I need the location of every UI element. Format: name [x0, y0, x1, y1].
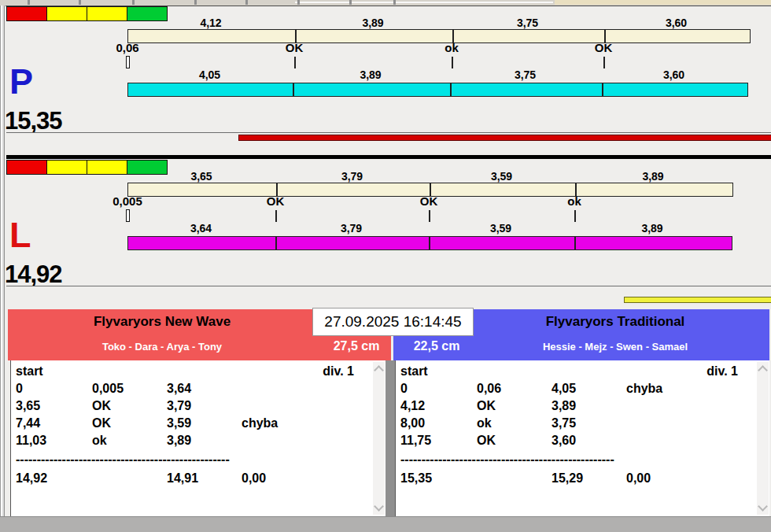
bar-segment: [452, 30, 604, 42]
segment-label: 3,89: [294, 17, 452, 28]
exchange-mark: 0,005: [100, 195, 155, 207]
bar-segment: [604, 30, 750, 42]
team-name: Flyvaryors New Wave: [8, 314, 316, 330]
table-cell: chyba: [626, 380, 769, 397]
table-header-start: start: [16, 364, 43, 378]
table-cell: 3,75: [552, 415, 626, 432]
window-edge-tick: [393, 0, 396, 5]
bar-segment: [275, 237, 429, 249]
table-cell: 3,89: [167, 432, 242, 449]
table-cell: 3,64: [167, 380, 242, 397]
table-cell: 3,60: [552, 432, 626, 449]
segment-label: 3,89: [574, 223, 731, 234]
table-cell: OK: [477, 432, 552, 449]
scroll-down-icon[interactable]: [758, 501, 768, 512]
segment-label: 3,59: [428, 223, 574, 234]
split-bar-lower: [127, 236, 732, 250]
table-cell: 3,89: [552, 397, 626, 415]
table-cell: 3,65: [16, 397, 92, 415]
segment-label: 3,75: [449, 69, 601, 80]
window-border-bottom: [0, 516, 771, 532]
table-gap-band: [386, 360, 395, 516]
table-cell: ok: [477, 415, 552, 432]
lane-total-time: 15,35: [5, 109, 62, 133]
table-cell: 3,59: [167, 415, 242, 432]
status-square: [6, 160, 47, 175]
segment-label: 3,79: [275, 223, 428, 234]
panel-divider-line: [6, 286, 771, 286]
table-cell: OK: [477, 397, 552, 415]
window-edge-tan-strip: [555, 0, 771, 5]
table-cell: 0,06: [477, 380, 552, 397]
lane-panel-p: P 15,35 4,123,893,753,604,053,893,753,60…: [0, 6, 771, 133]
team-name: Flyvaryors Traditional: [461, 314, 769, 330]
status-square: [87, 160, 127, 175]
window-edge-tick: [132, 0, 135, 5]
table-row: 7,44OK3,59chyba: [11, 415, 386, 432]
table-cell: [626, 432, 769, 449]
boundary-tick: [574, 210, 576, 222]
table-header-row: startdiv. 1: [11, 363, 386, 380]
panel-divider-line: [6, 132, 771, 133]
status-square: [46, 160, 87, 175]
table-cell: [626, 397, 769, 415]
exchange-mark: OK: [248, 195, 303, 207]
window-edge-tick: [28, 0, 30, 5]
table-row: 8,00ok3,75: [396, 415, 769, 432]
boundary-tick: [429, 210, 430, 222]
results-section: Flyvaryors New Wave Toko - Dara - Arya -…: [0, 308, 771, 532]
distance-badge: 22,5 cm: [401, 339, 472, 353]
split-bar-lower: [127, 83, 748, 97]
progress-bar-yellow: [624, 297, 771, 303]
table-cell: chyba: [242, 415, 386, 432]
results-list-left[interactable]: startdiv. 100,0053,643,65OK3,797,44OK3,5…: [10, 360, 386, 516]
table-cell: [242, 397, 386, 415]
table-row: 00,064,05chyba: [396, 380, 769, 397]
segment-label: 3,59: [429, 171, 574, 182]
exchange-mark: OK: [267, 42, 322, 54]
exchange-mark: ok: [547, 195, 602, 207]
start-tick: [126, 56, 130, 68]
bar-segment: [602, 83, 747, 96]
table-cell: 3,79: [167, 397, 242, 415]
table-header-division: div. 1: [323, 363, 354, 380]
table-cell: 0,00: [626, 470, 769, 487]
table-cell: [626, 415, 769, 432]
bar-segment: [429, 237, 574, 249]
table-row: 11,75OK3,60: [396, 432, 769, 449]
segment-label: 3,65: [127, 171, 275, 182]
window-edge-tick: [245, 0, 248, 5]
results-list-right[interactable]: startdiv. 100,064,05chyba4,12OK3,898,00o…: [395, 360, 769, 516]
window-edge-tick: [79, 0, 81, 5]
exchange-mark: OK: [576, 42, 631, 54]
table-separator: ----------------------------------------…: [396, 449, 614, 470]
scroll-up-icon[interactable]: [374, 365, 384, 375]
scroll-down-icon[interactable]: [374, 501, 384, 512]
table-cell: OK: [92, 415, 167, 432]
segment-label: 3,75: [452, 17, 603, 28]
bar-segment: [293, 83, 450, 96]
boundary-tick: [452, 57, 453, 68]
segment-label: 3,64: [127, 223, 275, 234]
exchange-mark: ok: [424, 42, 479, 54]
segment-label: 3,60: [601, 69, 747, 80]
table-cell: 0,00: [242, 470, 386, 487]
distance-badge: 27,5 cm: [321, 339, 392, 353]
scroll-up-icon[interactable]: [758, 365, 768, 375]
table-header-start: start: [400, 364, 428, 378]
table-row: 4,12OK3,89: [396, 397, 769, 415]
scrollbar[interactable]: [373, 362, 385, 515]
timing-app-window: { "session": { "datetime": "27.09.2025 1…: [0, 0, 771, 532]
status-square: [6, 6, 47, 21]
datetime-display: 27.09.2025 16:14:45: [312, 308, 474, 336]
start-tick: [126, 209, 130, 222]
team-members: Hessie - Mejz - Swen - Samael: [461, 341, 769, 353]
scrollbar[interactable]: [757, 362, 769, 515]
bar-segment: [575, 183, 732, 196]
progress-bar-red: [238, 135, 771, 141]
table-cell: [242, 380, 386, 397]
table-header-division: div. 1: [706, 363, 738, 380]
table-row: 3,65OK3,79: [11, 397, 386, 415]
table-cell: OK: [92, 397, 167, 415]
table-cell: 7,44: [16, 415, 92, 432]
